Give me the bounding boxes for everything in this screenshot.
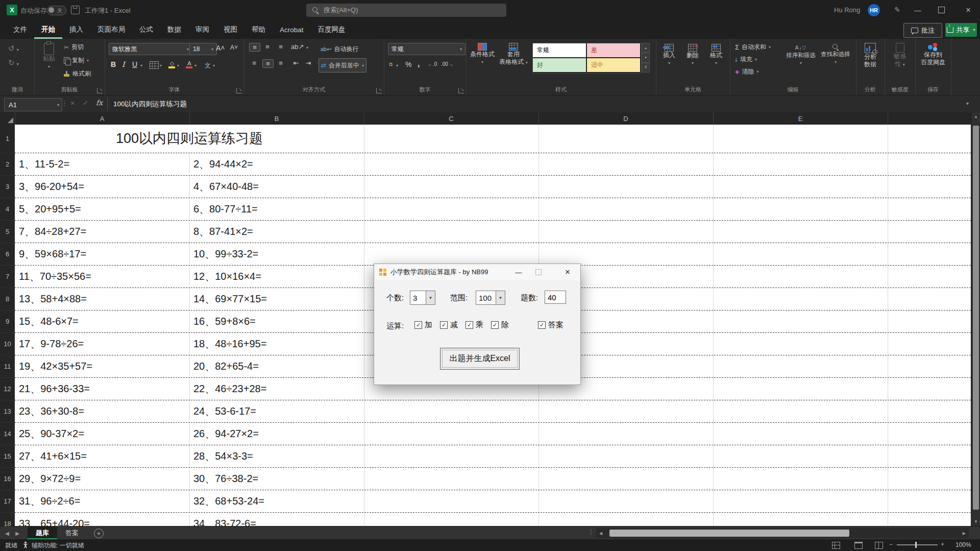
share-button[interactable]: 共享 ▾ <box>945 23 977 37</box>
row-header-18[interactable]: 18 <box>0 513 15 526</box>
name-box[interactable]: A1 ▾ <box>4 98 62 111</box>
zoom-slider[interactable] <box>897 544 938 545</box>
insert-function-icon[interactable]: fx <box>96 99 103 107</box>
problem-cell[interactable]: 12、10×16×4= <box>193 266 261 288</box>
answer-checkbox[interactable]: ✓ 答案 <box>538 320 564 330</box>
formula-bar-expand-icon[interactable]: ▾ <box>966 101 969 106</box>
ribbon-tab-5[interactable]: 数据 <box>160 20 188 39</box>
increase-font-icon[interactable]: A˄ <box>216 44 225 52</box>
problem-cell[interactable]: 33、65+44-20= <box>19 513 90 526</box>
align-left-icon[interactable]: ≡ <box>249 59 259 67</box>
operation-checkbox-2[interactable]: ✓乘 <box>465 320 483 330</box>
orientation-caret[interactable]: ▾ <box>306 45 308 50</box>
borders-caret[interactable]: ▾ <box>160 63 162 68</box>
sort-filter-button[interactable]: A↓▽ 排序和筛选▾ <box>784 44 818 67</box>
operation-checkbox-0[interactable]: ✓加 <box>414 320 432 330</box>
row-header-8[interactable]: 8 <box>0 288 15 310</box>
problem-cell[interactable]: 9、59×68÷17= <box>19 243 86 265</box>
borders-icon[interactable] <box>150 61 159 69</box>
row-header-4[interactable]: 4 <box>0 198 15 221</box>
problem-cell[interactable]: 18、48÷16+95= <box>193 333 266 355</box>
bold-button[interactable]: B <box>111 60 116 68</box>
font-dialog-launcher[interactable]: ↘ <box>236 88 242 93</box>
zoom-out-icon[interactable]: − <box>889 541 893 548</box>
fill-color-icon[interactable]: ◇ <box>168 60 176 68</box>
problem-cell[interactable]: 16、59+8×6= <box>193 310 256 332</box>
problem-cell[interactable]: 34、83-72-6= <box>193 513 256 526</box>
decrease-decimal-icon[interactable]: .00→ <box>441 61 453 67</box>
problem-cell[interactable]: 21、96+36-33= <box>19 378 90 400</box>
gallery-down-icon[interactable]: ▾ <box>642 53 650 62</box>
row-header-3[interactable]: 3 <box>0 176 15 198</box>
grid-row-18[interactable]: 33、65+44-20=34、83-72-6= <box>15 513 971 526</box>
problem-cell[interactable]: 25、90-37×2= <box>19 423 84 445</box>
conditional-formatting-button[interactable]: 条件格式 ▾ <box>469 43 496 66</box>
cell-style-0[interactable]: 常规 <box>533 43 586 57</box>
problem-cell[interactable]: 20、82+65-4= <box>193 355 259 377</box>
align-center-icon[interactable]: ≡ <box>262 59 274 68</box>
column-header-B[interactable]: B <box>189 112 364 125</box>
dialog-maximize-button[interactable] <box>535 269 542 275</box>
operation-checkbox-1[interactable]: ✓减 <box>440 320 458 330</box>
confirm-entry-icon[interactable]: ✓ <box>83 99 88 107</box>
comma-style-icon[interactable]: , <box>418 59 420 68</box>
problem-cell[interactable]: 23、36+30-8= <box>19 400 84 422</box>
ribbon-tab-0[interactable]: 文件 <box>6 20 34 39</box>
window-minimize-button[interactable]: — <box>913 5 923 15</box>
italic-button[interactable]: I <box>122 60 125 68</box>
gallery-more-icon[interactable]: ⊽ <box>642 63 650 73</box>
ribbon-display-options-icon[interactable]: ✎ <box>893 6 901 14</box>
ribbon-tab-7[interactable]: 视图 <box>216 20 244 39</box>
grid-row-3[interactable]: 3、96-20+54=4、67×40-48= <box>15 176 971 198</box>
row-header-2[interactable]: 2 <box>0 153 15 176</box>
zoom-in-icon[interactable]: + <box>941 541 944 548</box>
number-format-select[interactable]: 常规▾ <box>388 43 465 55</box>
horizontal-scroll-thumb[interactable] <box>609 530 849 537</box>
clear-button[interactable]: ◈清除▾ <box>733 66 761 77</box>
dialog-minimize-button[interactable]: — <box>511 265 526 279</box>
question-count-input[interactable] <box>545 291 566 304</box>
font-size-select[interactable]: 18▾ <box>189 43 217 55</box>
format-cells-button[interactable]: 格式▾ <box>706 44 726 67</box>
save-to-baidu-button[interactable]: 保存到 百度网盘 <box>918 43 948 66</box>
grid-row-5[interactable]: 7、84÷28+27=8、87-41×2= <box>15 221 971 243</box>
problem-cell[interactable]: 2、94-44×2= <box>193 153 253 175</box>
grid-row-14[interactable]: 25、90-37×2=26、94-27×2= <box>15 423 971 445</box>
avatar[interactable]: HR <box>868 4 880 16</box>
ribbon-tab-1[interactable]: 开始 <box>34 20 62 39</box>
grid-row-15[interactable]: 27、41+6×15=28、54×3-3= <box>15 445 971 468</box>
cut-button[interactable]: ✂剪切 <box>62 42 86 53</box>
scroll-right-icon[interactable]: ▶ <box>963 531 966 536</box>
problem-cell[interactable]: 7、84÷28+27= <box>19 221 86 243</box>
cell-style-2[interactable]: 好 <box>533 58 586 72</box>
operation-checkbox-3[interactable]: ✓除 <box>491 320 509 330</box>
font-color-caret[interactable]: ▾ <box>194 63 197 68</box>
problem-cell[interactable]: 26、94-27×2= <box>193 423 259 445</box>
problem-cell[interactable]: 29、9×72÷9= <box>19 468 81 490</box>
align-middle-icon[interactable]: ≡ <box>262 43 273 51</box>
problem-cell[interactable]: 10、99÷33-2= <box>193 243 258 265</box>
formula-content[interactable]: 100以内四则运算练习题 <box>113 100 187 109</box>
problem-cell[interactable]: 24、53-6-17= <box>193 400 256 422</box>
analyze-data-button[interactable]: 分析 数据 <box>858 43 883 68</box>
column-header-E[interactable]: E <box>713 112 888 125</box>
percent-style-icon[interactable]: % <box>405 60 411 68</box>
save-icon[interactable] <box>71 6 80 14</box>
grid-row-6[interactable]: 9、59×68÷17=10、99÷33-2= <box>15 243 971 266</box>
row-header-1[interactable]: 1 <box>0 125 15 153</box>
format-painter-button[interactable]: 格式刷 <box>62 68 93 79</box>
scroll-down-icon[interactable]: ▼ <box>971 519 980 524</box>
problem-cell[interactable]: 19、42×35+57= <box>19 355 92 377</box>
format-as-table-button[interactable]: 套用 表格格式 ▾ <box>498 43 529 66</box>
grid-row-13[interactable]: 23、36+30-8=24、53-6-17= <box>15 400 971 423</box>
wrap-text-button[interactable]: ab↩自动换行 <box>318 44 360 55</box>
sheet-tab-0[interactable]: 题库 <box>28 526 57 540</box>
dialog-close-button[interactable]: × <box>560 265 575 279</box>
ribbon-tab-10[interactable]: 百度网盘 <box>311 20 353 39</box>
sensitivity-button[interactable]: 敏感 性 ▾ <box>888 43 912 68</box>
increase-decimal-icon[interactable]: ←.0 <box>428 61 437 67</box>
row-header-17[interactable]: 17 <box>0 490 15 513</box>
row-header-14[interactable]: 14 <box>0 423 15 445</box>
underline-caret[interactable]: ▾ <box>140 63 142 68</box>
page-break-view-icon[interactable] <box>875 542 883 549</box>
